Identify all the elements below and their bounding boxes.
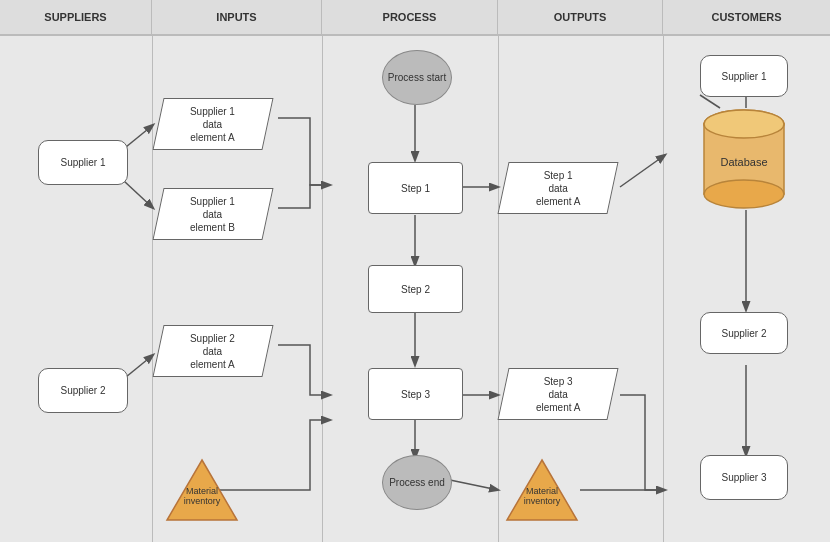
svg-point-20 xyxy=(704,180,784,208)
process-start: Process start xyxy=(382,50,452,105)
col-header-process: PROCESS xyxy=(322,0,498,36)
input-inventory-label: Materialinventory xyxy=(162,455,242,525)
svg-text:Database: Database xyxy=(720,156,767,168)
step3-node: Step 3 xyxy=(368,368,463,420)
supplier1-node: Supplier 1 xyxy=(38,140,128,185)
cust-supplier2-node: Supplier 2 xyxy=(700,312,788,354)
svg-line-9 xyxy=(620,155,665,187)
divider-4 xyxy=(663,36,664,542)
database-node: Database xyxy=(700,108,788,210)
divider-3 xyxy=(498,36,499,542)
column-headers: SUPPLIERS INPUTS PROCESS OUTPUTS CUSTOME… xyxy=(0,0,830,36)
svg-line-13 xyxy=(450,480,498,490)
process-end: Process end xyxy=(382,455,452,510)
step2-node: Step 2 xyxy=(368,265,463,313)
col-header-suppliers: SUPPLIERS xyxy=(0,0,152,36)
supplier2-node: Supplier 2 xyxy=(38,368,128,413)
cust-supplier1-node: Supplier 1 xyxy=(700,55,788,97)
output1a-node: Step 1dataelement A xyxy=(497,162,618,214)
output3a-node: Step 3dataelement A xyxy=(497,368,618,420)
svg-point-21 xyxy=(704,110,784,138)
col-header-customers: CUSTOMERS xyxy=(663,0,830,36)
col-header-inputs: INPUTS xyxy=(152,0,322,36)
output-inventory-label: Materialinventory xyxy=(502,455,582,525)
divider-1 xyxy=(152,36,153,542)
input1a-node: Supplier 1dataelement A xyxy=(152,98,273,150)
step1-node: Step 1 xyxy=(368,162,463,214)
input1b-node: Supplier 1dataelement B xyxy=(152,188,273,240)
input2a-node: Supplier 2dataelement A xyxy=(152,325,273,377)
diagram: SUPPLIERS INPUTS PROCESS OUTPUTS CUSTOME… xyxy=(0,0,830,542)
divider-2 xyxy=(322,36,323,542)
cust-supplier3-node: Supplier 3 xyxy=(700,455,788,500)
col-header-outputs: OUTPUTS xyxy=(498,0,663,36)
